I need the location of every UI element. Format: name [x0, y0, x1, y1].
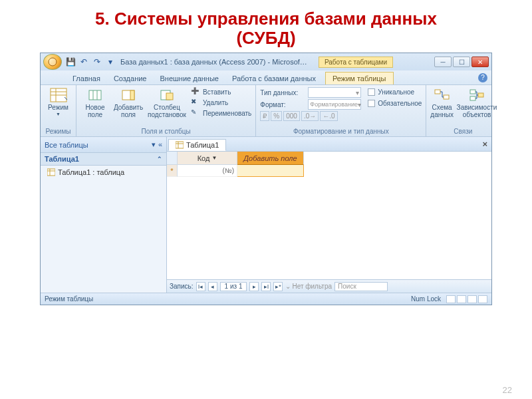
rename-button[interactable]: ✎Переименовать	[191, 108, 251, 118]
first-record-button[interactable]: I◂	[196, 282, 205, 291]
redo-icon[interactable]: ↷	[92, 57, 102, 66]
nav-pane-header[interactable]: Все таблицы ▾«	[41, 137, 166, 153]
tab-database-tools[interactable]: Работа с базами данных	[225, 72, 323, 84]
format-combo[interactable]: Форматирование▾	[308, 99, 361, 110]
percent-format-button[interactable]: %	[271, 111, 282, 121]
new-field-button[interactable]: Новое поле	[80, 87, 110, 118]
qat-dropdown-icon[interactable]: ▾	[106, 57, 115, 66]
save-icon[interactable]: 💾	[66, 57, 75, 66]
cell-add-new[interactable]	[237, 165, 304, 177]
lookup-column-button[interactable]: Столбец подстановок	[147, 87, 187, 118]
tab-datasheet[interactable]: Режим таблицы	[325, 72, 394, 84]
currency-format-button[interactable]: ₽	[260, 111, 269, 121]
increase-decimals-button[interactable]: .0→	[301, 111, 319, 121]
record-navigator: Запись: I◂ ◂ 1 из 1 ▸ ▸I ▸* ⌄Нет фильтра…	[167, 279, 491, 293]
document-area: Таблица1 × Код ▼ Добавить поле * (№) Зап…	[167, 137, 491, 293]
document-tab-table1[interactable]: Таблица1	[168, 139, 226, 151]
group-fields-columns: Новое поле Добавить поля Столбец подстан…	[76, 85, 256, 136]
column-add-label: Добавить поле	[243, 154, 297, 162]
minimize-button[interactable]: ─	[434, 57, 452, 67]
help-icon[interactable]: ?	[478, 73, 487, 82]
chart-view-button[interactable]	[467, 295, 477, 303]
nav-pane-title: Все таблицы	[45, 141, 88, 149]
dtype-label: Тип данных:	[260, 89, 305, 96]
unique-label: Уникальное	[378, 88, 414, 96]
dropdown-icon: ▾	[358, 101, 361, 108]
svg-point-0	[49, 58, 57, 66]
insert-button[interactable]: ➕Вставить	[191, 87, 251, 96]
tab-external-data[interactable]: Внешние данные	[154, 72, 225, 84]
pivot-view-button[interactable]	[457, 295, 466, 303]
dropdown-icon: ▼	[211, 155, 217, 161]
navigation-pane: Все таблицы ▾« Таблица1 ⌃ Таблица1 : таб…	[41, 137, 167, 293]
nav-group-table1[interactable]: Таблица1 ⌃	[41, 153, 166, 166]
decrease-decimals-button[interactable]: ←.0	[320, 111, 337, 121]
delete-button[interactable]: ✖Удалить	[191, 98, 251, 107]
insert-label: Вставить	[203, 88, 231, 96]
search-placeholder: Поиск	[338, 283, 356, 290]
add-fields-label: Добавить поля	[114, 104, 143, 118]
svg-rect-12	[47, 169, 55, 176]
lookup-column-icon	[158, 87, 176, 103]
document-close-button[interactable]: ×	[482, 139, 487, 149]
app-window: 💾 ↶ ↷ ▾ База данных1 : база данных (Acce…	[40, 53, 492, 305]
svg-rect-2	[89, 90, 101, 100]
record-position[interactable]: 1 из 1	[220, 282, 247, 291]
delete-label: Удалить	[203, 99, 228, 106]
view-button[interactable]: Режим ▼	[45, 87, 72, 116]
last-record-button[interactable]: ▸I	[261, 282, 271, 291]
maximize-button[interactable]: ☐	[453, 57, 470, 67]
slide-title: 5. Системы управления базами данных (СУБ…	[0, 0, 532, 49]
table-icon	[47, 168, 55, 176]
ribbon: Режим ▼ Режимы Новое поле Добавить поля	[41, 85, 491, 137]
relationships-icon	[433, 87, 452, 103]
field-ops: ➕Вставить ✖Удалить ✎Переименовать	[191, 87, 251, 118]
tab-create[interactable]: Создание	[107, 72, 154, 84]
next-record-button[interactable]: ▸	[249, 282, 259, 291]
close-button[interactable]: ✕	[471, 57, 489, 67]
thousands-button[interactable]: 000	[283, 111, 300, 121]
title-bar: 💾 ↶ ↷ ▾ База данных1 : база данных (Acce…	[41, 53, 491, 70]
ribbon-tabs: Главная Создание Внешние данные Работа с…	[41, 70, 491, 85]
slide-title-line1: 5. Системы управления базами данных	[95, 9, 437, 29]
view-switcher	[446, 295, 487, 303]
row-selector-new[interactable]: *	[167, 165, 178, 177]
svg-rect-13	[176, 142, 184, 148]
datasheet-view-button[interactable]	[446, 295, 456, 303]
design-view-button[interactable]	[478, 295, 487, 303]
group-views: Режим ▼ Режимы	[41, 85, 76, 136]
rename-icon: ✎	[191, 108, 200, 118]
new-field-icon	[86, 87, 104, 103]
select-all-corner[interactable]	[167, 152, 178, 165]
dtype-combo[interactable]: ▾	[308, 87, 361, 98]
datasheet-grid[interactable]: Код ▼ Добавить поле * (№)	[167, 152, 491, 279]
svg-rect-10	[470, 96, 475, 100]
prev-record-button[interactable]: ◂	[208, 282, 217, 291]
new-record-row[interactable]: * (№)	[167, 165, 491, 177]
office-button[interactable]	[43, 54, 62, 70]
column-id-label: Код	[198, 154, 210, 162]
undo-icon[interactable]: ↶	[79, 57, 88, 66]
group-relationships: Схема данных Зависимости объектов Связи	[426, 85, 499, 136]
cell-id-new[interactable]: (№)	[178, 165, 237, 177]
new-record-button[interactable]: ▸*	[273, 282, 283, 291]
group-formatting: Тип данных: ▾ Формат: Форматирование▾ ₽ …	[256, 85, 426, 136]
schema-button[interactable]: Схема данных	[430, 87, 454, 118]
dropdown-icon: ▾	[356, 89, 359, 96]
svg-rect-11	[478, 93, 483, 97]
header-row: Код ▼ Добавить поле	[167, 152, 491, 165]
work-area: Все таблицы ▾« Таблица1 ⌃ Таблица1 : таб…	[41, 137, 491, 293]
record-search-input[interactable]: Поиск	[334, 282, 388, 291]
unique-checkbox[interactable]: Уникальное	[368, 88, 422, 96]
column-header-add-field[interactable]: Добавить поле	[237, 152, 304, 165]
dependencies-button[interactable]: Зависимости объектов	[458, 87, 496, 118]
dropdown-icon: ▾	[152, 140, 156, 149]
dependencies-label: Зависимости объектов	[457, 104, 497, 118]
column-header-id[interactable]: Код ▼	[178, 152, 237, 165]
required-checkbox[interactable]: Обязательное	[368, 100, 422, 107]
collapse-icon[interactable]: «	[158, 140, 162, 149]
add-fields-button[interactable]: Добавить поля	[114, 87, 143, 118]
nav-item-table1[interactable]: Таблица1 : таблица	[41, 166, 166, 179]
tab-home[interactable]: Главная	[66, 72, 107, 84]
group-formatting-label: Форматирование и тип данных	[260, 128, 422, 136]
